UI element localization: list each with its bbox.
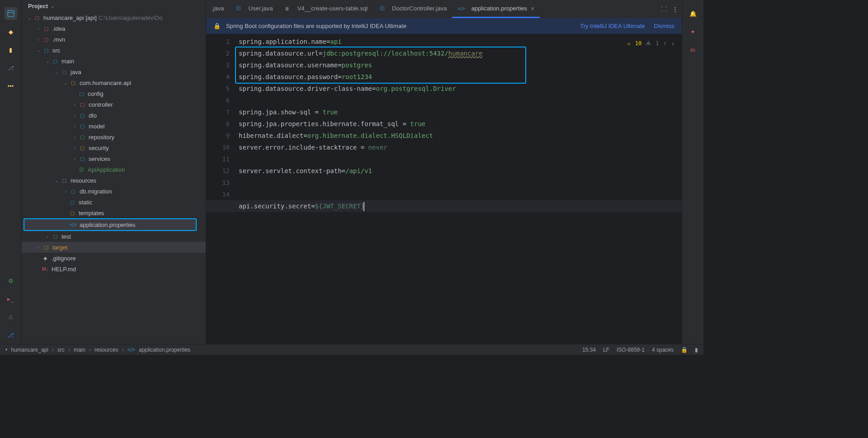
folder-icon: ▢ (79, 112, 86, 119)
tree-label: model (89, 123, 104, 130)
chevron-right-icon: › (71, 134, 78, 140)
tree-item-dbmigration[interactable]: › ▢ db.migration (22, 186, 206, 197)
tree-item-src[interactable]: ⌄ ▢ src (22, 45, 206, 56)
chevron-right-icon: › (62, 188, 69, 194)
folder-icon: ▢ (78, 90, 85, 97)
tree-item-model[interactable]: › ▢ model (22, 121, 206, 132)
tree-item-idea[interactable]: › ▢ .idea (22, 23, 206, 34)
tab-java[interactable]: .java (206, 0, 229, 18)
problems-tool-icon[interactable]: ⚠ (5, 311, 17, 323)
memory-icon[interactable]: ▮ (695, 347, 698, 353)
code-editor[interactable]: 123 456 789 101112 131415 spring.applica… (206, 34, 682, 344)
lock-icon: 🔒 (213, 23, 221, 29)
breadcrumb-segment[interactable]: </>application.properties (127, 347, 190, 353)
chevron-right-icon: › (122, 347, 124, 353)
breadcrumb-segment[interactable]: resources (94, 347, 118, 353)
tree-item-mvn[interactable]: › ▢ .mvn (22, 34, 206, 45)
expand-icon[interactable]: ⛶ (661, 6, 667, 13)
tree-label: com.humancare.api (80, 80, 131, 86)
properties-file-icon: </> (127, 347, 135, 353)
tree-label: humancare_api [api] (43, 14, 97, 21)
notifications-icon[interactable]: 🔔 (687, 7, 699, 20)
tree-item-config[interactable]: ▢ config (22, 88, 206, 99)
tree-item-help[interactable]: M↓ HELP.md (22, 264, 206, 274)
git-tool-icon[interactable]: ⎇ (5, 329, 17, 341)
warning-icon: ⚠ (627, 38, 631, 49)
breadcrumb-segment[interactable]: humancare_api (11, 347, 48, 353)
project-panel-title: Project (28, 3, 48, 9)
typo-count: 1 (656, 38, 659, 49)
folder-icon: ▢ (42, 244, 50, 251)
tree-item-test[interactable]: › ▢ test (22, 231, 206, 242)
tree-label: application.properties (80, 221, 136, 228)
tab-user[interactable]: ⓒUser.java (229, 0, 278, 18)
status-indent[interactable]: 4 spaces (652, 347, 674, 353)
tree-item-application-properties[interactable]: </> application.properties (24, 218, 197, 231)
project-tool-icon[interactable] (5, 7, 17, 20)
settings-tool-icon[interactable]: ⚙ (5, 274, 17, 287)
tab-sql[interactable]: 🗎V4__create-users-table.sql (278, 0, 373, 18)
tree-root[interactable]: ⌄ ▢ humancare_api [api] C:\Users\aguiler… (22, 12, 206, 23)
maven-tool-icon[interactable]: m (687, 43, 699, 56)
more-tool-icon[interactable]: ••• (5, 80, 17, 92)
tree-item-apiapplication[interactable]: ⓒ ApiApplication (22, 164, 206, 175)
close-tab-icon[interactable]: × (531, 5, 534, 12)
class-icon: ⓒ (78, 166, 85, 173)
prev-problem-icon[interactable]: ↑ (664, 38, 667, 49)
chevron-right-icon: › (35, 25, 42, 32)
breadcrumb-segment[interactable]: main (74, 347, 85, 353)
tab-application-properties[interactable]: </>application.properties× (452, 0, 540, 18)
project-panel: Project ⌄ ⌄ ▢ humancare_api [api] C:\Use… (22, 0, 206, 344)
banner-text: Spring Boot configuration files are supp… (226, 23, 406, 29)
tree-item-gitignore[interactable]: ◈ .gitignore (22, 253, 206, 264)
tree-item-repository[interactable]: › ▢ repository (22, 132, 206, 142)
tree-item-resources[interactable]: ⌄ ▢ resources (22, 175, 206, 186)
project-panel-header[interactable]: Project ⌄ (22, 0, 206, 12)
chevron-down-icon: ⌄ (26, 14, 33, 21)
status-encoding[interactable]: ISO-8859-1 (617, 347, 645, 353)
code-body[interactable]: spring.application.name=api spring.datas… (239, 34, 682, 344)
more-tabs-icon[interactable]: ⋮ (672, 6, 678, 13)
tree-label: .gitignore (52, 255, 75, 262)
dismiss-banner-link[interactable]: Dismiss (654, 23, 675, 29)
chevron-right-icon: › (71, 155, 78, 162)
file-icon: ◈ (42, 254, 49, 262)
readonly-icon[interactable]: 🔒 (681, 347, 688, 353)
folder-icon: ▢ (79, 101, 86, 108)
tree-item-package[interactable]: ⌄ ▢ com.humancare.api (22, 77, 206, 88)
status-time[interactable]: 15:34 (582, 347, 596, 353)
chevron-right-icon: › (68, 347, 70, 353)
tree-item-security[interactable]: › ▢ security (22, 142, 206, 153)
tree-label: HELP.md (52, 266, 76, 273)
folder-icon: ▢ (69, 209, 76, 217)
tree-item-controller[interactable]: › ▢ controller (22, 99, 206, 110)
folder-icon: ▢ (69, 198, 76, 206)
tree-label: main (61, 58, 74, 65)
code-inspection-indicators[interactable]: ⚠10 Ѧ1 ↑ ↓ (627, 38, 675, 49)
terminal-tool-icon[interactable]: ▸_ (5, 292, 17, 305)
breadcrumb-segment[interactable]: src (57, 347, 65, 353)
pull-requests-tool-icon[interactable]: ⎇ (5, 61, 17, 74)
project-tree: ⌄ ▢ humancare_api [api] C:\Users\aguiler… (22, 12, 206, 344)
tree-item-templates[interactable]: ▢ templates (22, 207, 206, 218)
status-line-separator[interactable]: LF (603, 347, 609, 353)
tree-label: target (52, 244, 67, 251)
commit-tool-icon[interactable]: ◆ (5, 25, 17, 38)
tree-item-static[interactable]: ▢ static (22, 197, 206, 207)
bookmarks-tool-icon[interactable]: ▮ (5, 43, 17, 56)
chevron-right-icon: › (35, 36, 42, 42)
tree-item-main[interactable]: ⌄ ▢ main (22, 56, 206, 66)
gutter: 123 456 789 101112 131415 (206, 34, 239, 344)
folder-icon: ▢ (79, 133, 86, 141)
tree-item-java[interactable]: ⌄ ▢ java (22, 66, 206, 77)
ai-assistant-icon[interactable]: ✦ (687, 25, 699, 38)
tree-label: ApiApplication (88, 166, 125, 173)
tab-doctorcontroller[interactable]: ⓒDoctorController.java (373, 0, 452, 18)
next-problem-icon[interactable]: ↓ (671, 38, 675, 49)
try-ultimate-link[interactable]: Try IntelliJ IDEA Ultimate (580, 23, 645, 29)
editor-area: .java ⓒUser.java 🗎V4__create-users-table… (206, 0, 682, 344)
tree-item-services[interactable]: › ▢ services (22, 153, 206, 164)
tree-item-dto[interactable]: › ▢ dto (22, 110, 206, 121)
folder-icon: ▢ (61, 177, 68, 184)
tree-item-target[interactable]: › ▢ target (22, 242, 206, 253)
